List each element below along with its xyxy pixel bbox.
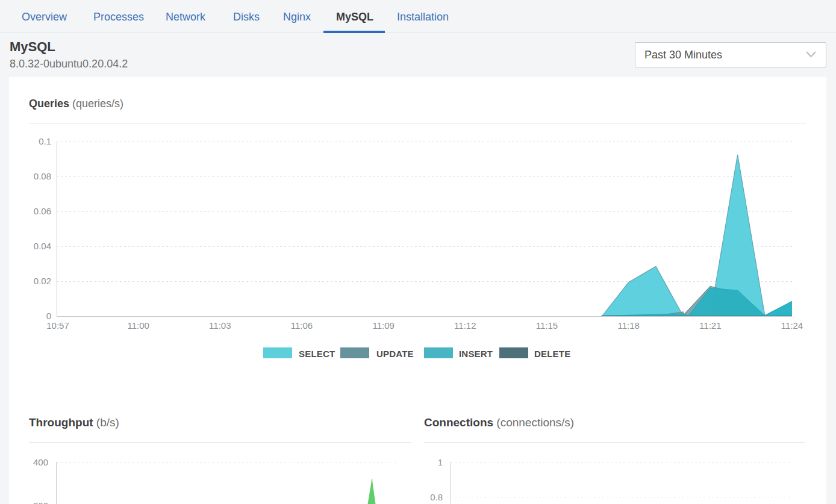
svg-text:11:12: 11:12: [454, 320, 476, 331]
svg-text:0.08: 0.08: [34, 171, 51, 181]
svg-text:300: 300: [33, 500, 48, 504]
svg-text:11:06: 11:06: [291, 320, 313, 331]
svg-text:1: 1: [438, 457, 443, 467]
svg-text:11:24: 11:24: [781, 320, 803, 331]
svg-text:0.04: 0.04: [34, 241, 51, 251]
svg-text:400: 400: [33, 457, 48, 467]
svg-text:11:09: 11:09: [372, 320, 394, 331]
svg-text:11:15: 11:15: [536, 320, 558, 331]
svg-text:10:57: 10:57: [46, 320, 69, 331]
svg-text:0.8: 0.8: [430, 492, 443, 502]
svg-text:0.1: 0.1: [39, 136, 51, 146]
svg-text:0.06: 0.06: [34, 206, 51, 216]
svg-text:11:21: 11:21: [699, 320, 721, 331]
svg-text:11:18: 11:18: [617, 320, 639, 331]
svg-text:11:03: 11:03: [209, 320, 231, 331]
svg-text:0.02: 0.02: [34, 276, 51, 286]
svg-text:11:00: 11:00: [127, 320, 149, 331]
svg-text:0: 0: [46, 311, 51, 321]
